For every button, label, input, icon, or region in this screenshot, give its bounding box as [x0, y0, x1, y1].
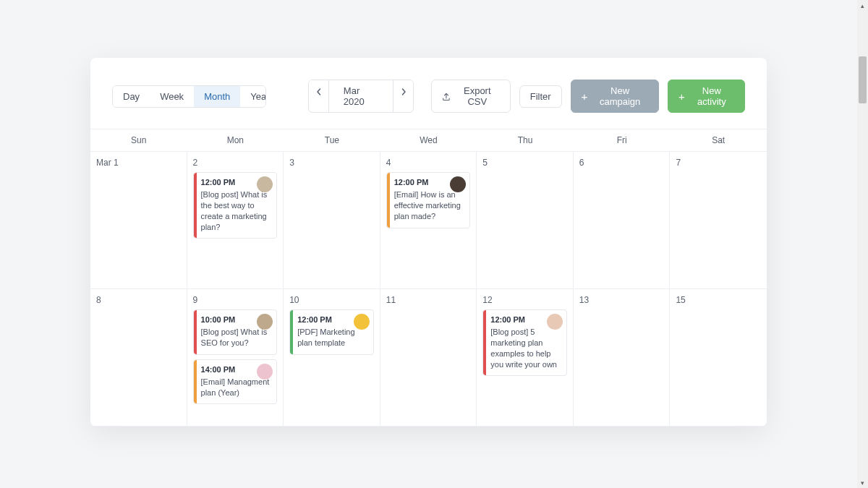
weekday-label: Wed [380, 129, 477, 151]
event-card[interactable]: 12:00 PM [PDF] Marketing plan template [289, 309, 374, 355]
plus-icon: + [678, 91, 685, 102]
event-title: [Blog post] What is SEO for you? [201, 327, 271, 348]
filter-label: Filter [530, 91, 551, 102]
weekday-label: Tue [284, 129, 380, 151]
day-cell[interactable]: 8 [90, 289, 187, 427]
vertical-scrollbar[interactable]: ▴ ▾ [857, 0, 868, 488]
calendar-grid: Mar 1 2 12:00 PM [Blog post] What is the… [90, 152, 767, 427]
scroll-up-arrow-icon[interactable]: ▴ [857, 0, 868, 11]
day-number: 6 [579, 158, 664, 168]
event-title: [Email] Managment plan (Year) [201, 377, 271, 398]
event-title: [PDF] Marketing plan template [297, 327, 367, 348]
scrollbar-thumb[interactable] [859, 56, 867, 103]
day-number: 7 [676, 158, 761, 168]
day-cell[interactable]: 10 12:00 PM [PDF] Marketing plan templat… [284, 289, 380, 427]
new-activity-label: New activity [689, 85, 734, 107]
day-number: 10 [289, 295, 374, 305]
view-day-button[interactable]: Day [113, 86, 150, 107]
day-number: 5 [482, 158, 567, 168]
plus-icon: + [582, 91, 588, 102]
day-cell[interactable]: Mar 1 [90, 152, 187, 289]
day-number: 4 [386, 158, 471, 168]
weekday-label: Sat [670, 129, 767, 151]
current-month-label: Mar 2020 [328, 80, 394, 112]
prev-month-button[interactable] [309, 80, 328, 103]
avatar [257, 314, 273, 330]
day-cell[interactable]: 13 [574, 289, 671, 427]
view-week-button[interactable]: Week [150, 86, 194, 107]
upload-icon [442, 92, 451, 101]
day-cell[interactable]: 12 12:00 PM [Blog post] 5 marketing plan… [477, 289, 574, 427]
event-card[interactable]: 14:00 PM [Email] Managment plan (Year) [193, 359, 278, 405]
weekday-label: Fri [574, 129, 671, 151]
event-card[interactable]: 10:00 PM [Blog post] What is SEO for you… [193, 309, 278, 355]
view-switcher: Day Week Month Year [112, 85, 266, 108]
date-navigator: Mar 2020 [308, 80, 414, 113]
day-cell[interactable]: 3 [284, 152, 380, 289]
day-cell[interactable]: 11 [380, 289, 477, 427]
day-cell[interactable]: 9 10:00 PM [Blog post] What is SEO for y… [187, 289, 284, 427]
day-number: 11 [386, 295, 471, 305]
weekday-label: Sun [90, 129, 187, 151]
weekday-header: Sun Mon Tue Wed Thu Fri Sat [90, 129, 767, 152]
day-cell[interactable]: 5 [477, 152, 574, 289]
calendar-card: Day Week Month Year Mar 2020 Export CSV [90, 58, 767, 427]
view-month-button[interactable]: Month [194, 86, 240, 107]
new-campaign-button[interactable]: + New campaign [571, 80, 659, 113]
day-number: Mar 1 [96, 158, 181, 168]
avatar [257, 176, 273, 192]
scroll-down-arrow-icon[interactable]: ▾ [857, 477, 868, 488]
event-card[interactable]: 12:00 PM [Blog post] What is the best wa… [193, 172, 278, 239]
chevron-left-icon [315, 88, 323, 95]
day-number: 12 [482, 295, 567, 305]
day-number: 3 [289, 158, 374, 168]
new-campaign-label: New campaign [592, 85, 648, 107]
day-number: 8 [96, 295, 181, 305]
day-cell[interactable]: 7 [670, 152, 767, 289]
avatar [257, 364, 273, 380]
avatar [547, 314, 563, 330]
event-card[interactable]: 12:00 PM [Email] How is an effective mar… [386, 172, 471, 228]
next-month-button[interactable] [393, 80, 413, 103]
day-cell[interactable]: 2 12:00 PM [Blog post] What is the best … [187, 152, 284, 289]
filter-button[interactable]: Filter [519, 85, 562, 108]
new-activity-button[interactable]: + New activity [668, 80, 745, 113]
day-cell[interactable]: 6 [574, 152, 671, 289]
day-cell[interactable]: 4 12:00 PM [Email] How is an effective m… [380, 152, 477, 289]
day-number: 13 [579, 295, 664, 305]
weekday-label: Thu [477, 129, 574, 151]
view-year-button[interactable]: Year [240, 86, 266, 107]
day-cell[interactable]: 15 [670, 289, 767, 427]
day-number: 15 [676, 295, 761, 305]
event-title: [Email] How is an effective marketing pl… [394, 189, 464, 222]
event-title: [Blog post] 5 marketing plan examples to… [490, 327, 561, 369]
avatar [354, 314, 370, 330]
event-card[interactable]: 12:00 PM [Blog post] 5 marketing plan ex… [482, 309, 567, 376]
day-number: 2 [193, 158, 278, 168]
export-csv-label: Export CSV [455, 85, 500, 107]
chevron-right-icon [400, 88, 407, 95]
weekday-label: Mon [187, 129, 284, 151]
calendar-toolbar: Day Week Month Year Mar 2020 Export CSV [90, 80, 767, 129]
day-number: 9 [193, 295, 278, 305]
export-csv-button[interactable]: Export CSV [431, 80, 511, 113]
event-title: [Blog post] What is the best way to crea… [201, 189, 271, 232]
